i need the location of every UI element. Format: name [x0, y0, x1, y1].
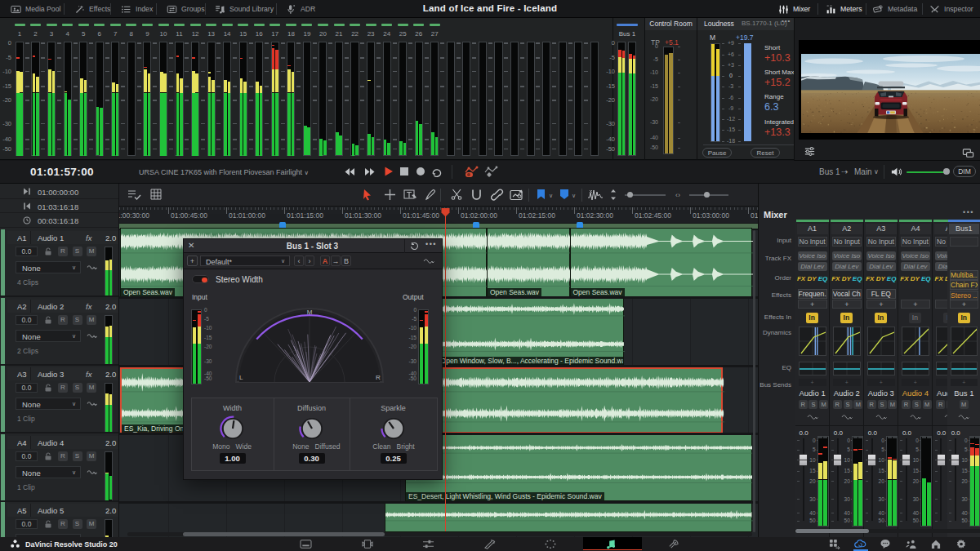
svg-text:L: L — [239, 374, 243, 381]
svg-text:M: M — [307, 309, 313, 316]
svg-text:R: R — [376, 374, 381, 381]
